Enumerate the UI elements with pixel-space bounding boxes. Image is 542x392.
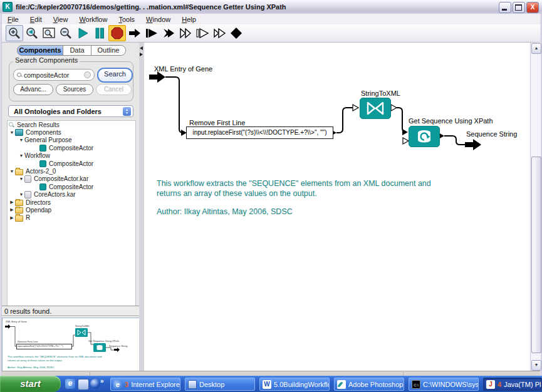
tree-item-general-purpose[interactable]: ▼General Purpose xyxy=(8,137,135,144)
stringtoxml-output-port[interactable] xyxy=(391,105,397,111)
quicklaunch-internet-explorer-icon[interactable]: e xyxy=(65,379,75,389)
search-button[interactable]: Search xyxy=(97,68,133,83)
menu-window[interactable]: Window xyxy=(140,15,176,24)
taskbar-button-label: Desktop xyxy=(199,381,224,388)
advanced-button[interactable]: Advanc... xyxy=(13,84,53,95)
taskbar-button-command-prompt[interactable]: C:\ C:\WINDOWS\syst... xyxy=(409,378,479,391)
tree-item-compositeactor[interactable]: CompositeActor xyxy=(8,144,135,152)
kar-archive-icon xyxy=(24,175,31,183)
zoom-reset-icon[interactable] xyxy=(24,26,40,41)
expander-open-icon[interactable]: ▼ xyxy=(9,130,15,135)
stringtoxml-input-port[interactable] xyxy=(353,105,358,111)
expand-right-icon[interactable] xyxy=(140,53,143,56)
maximize-button[interactable] xyxy=(513,2,525,13)
workflow-navigator[interactable]: XML Entry of Gene Remove First Line inpu… xyxy=(2,317,140,374)
component-tree: Search Results ▼Components ▼General Purp… xyxy=(7,120,136,307)
relation-icon[interactable] xyxy=(228,26,244,41)
search-input[interactable]: compositeActor xyxy=(13,69,95,81)
output-port-icon[interactable] xyxy=(143,26,160,41)
start-button[interactable]: start xyxy=(0,376,61,392)
magnifier-icon xyxy=(9,122,14,128)
input-multiport-icon[interactable] xyxy=(177,26,194,41)
ontology-select[interactable]: All Ontologies and Folders ▲▼ xyxy=(8,105,133,117)
taskbar-button-label: Internet Explorer xyxy=(131,381,180,388)
tree-item-compositeactor[interactable]: CompositeActor xyxy=(8,183,135,190)
tab-data[interactable]: Data xyxy=(63,45,91,56)
quicklaunch-overflow-chevron[interactable]: » xyxy=(100,378,104,384)
workflow-canvas[interactable]: XML Entry of Gene Remove First Line inpu… xyxy=(144,43,530,371)
sources-button[interactable]: Sources xyxy=(56,84,93,95)
taskbar-button-internet-explorer[interactable]: e 3 Internet Explorer ▼ xyxy=(110,378,180,391)
menu-file[interactable]: File xyxy=(2,15,24,24)
zoom-out-icon[interactable] xyxy=(58,26,74,41)
tree-item-coreactors-kar[interactable]: ▼CoreActors.kar xyxy=(8,191,135,199)
taskbar-button-word-document[interactable]: W 5.0BuildingWorkflo... xyxy=(259,378,330,391)
tab-outline[interactable]: Outline xyxy=(91,45,126,56)
tree-item-components[interactable]: ▼Components xyxy=(8,128,135,136)
expander-closed-icon[interactable]: ▶ xyxy=(9,215,15,220)
close-button[interactable]: X xyxy=(526,2,539,13)
tree-item-directors[interactable]: ▶Directors xyxy=(8,199,135,206)
quicklaunch-media-icon[interactable] xyxy=(90,379,100,389)
stringtoxml-label: StringToXML xyxy=(361,90,400,97)
pause-icon[interactable] xyxy=(91,26,108,41)
output-multiport-icon[interactable] xyxy=(194,26,211,41)
components-library-icon xyxy=(15,129,23,136)
expander-open-icon[interactable]: ▼ xyxy=(18,153,24,158)
tree-item-r[interactable]: ▶R xyxy=(8,214,135,222)
tree-item-workflow[interactable]: ▼Workflow xyxy=(8,152,135,160)
xpath-actor[interactable] xyxy=(409,126,440,147)
word-document-icon: W xyxy=(263,380,271,389)
expander-closed-icon[interactable]: ▶ xyxy=(9,207,15,212)
expander-open-icon[interactable]: ▼ xyxy=(18,177,24,181)
zoom-fit-icon[interactable] xyxy=(41,26,57,41)
tab-components[interactable]: Components xyxy=(17,45,63,56)
expander-open-icon[interactable]: ▼ xyxy=(9,169,15,173)
menu-help[interactable]: Help xyxy=(176,15,202,24)
select-stepper-icon[interactable]: ▲▼ xyxy=(123,107,131,116)
menu-workflow[interactable]: Workflow xyxy=(73,15,113,24)
expression-actor[interactable]: input.replaceFirst("(?s)\\<\\!DOCTYPE.+?… xyxy=(186,126,333,139)
split-pane-divider[interactable] xyxy=(139,43,144,371)
xpath-second-input-port[interactable] xyxy=(403,138,409,144)
stop-icon[interactable] xyxy=(108,25,126,41)
menu-edit[interactable]: Edit xyxy=(24,15,48,24)
expander-closed-icon[interactable]: ▶ xyxy=(9,200,15,205)
nav-xpath-actor xyxy=(93,343,106,352)
tree-item-compositeactor[interactable]: CompositeActor xyxy=(8,160,135,167)
scrollbar-thumb[interactable] xyxy=(531,157,541,353)
quicklaunch-show-desktop-icon[interactable] xyxy=(78,379,89,390)
clear-search-icon[interactable] xyxy=(84,71,91,78)
input-port-icon[interactable] xyxy=(127,26,143,41)
photoshop-feather-icon xyxy=(337,380,346,389)
minimize-button[interactable] xyxy=(499,2,511,13)
tree-item-search-results[interactable]: Search Results xyxy=(8,121,135,128)
taskbar-button-desktop[interactable]: Desktop xyxy=(185,378,255,391)
input-output-multiport-icon[interactable] xyxy=(211,26,227,41)
expander-open-icon[interactable]: ▼ xyxy=(18,192,24,197)
xpath-input-port[interactable] xyxy=(402,129,408,135)
canvas-vertical-scrollbar[interactable]: ▲ ▼ xyxy=(530,43,541,371)
taskbar-button-photoshop[interactable]: Adobe Photoshop xyxy=(334,378,404,391)
tree-item-compositeactor-kar[interactable]: ▼CompositeActor.kar xyxy=(8,175,135,183)
database-refresh-icon xyxy=(409,126,439,147)
run-icon[interactable] xyxy=(75,26,91,41)
input-output-port-icon[interactable] xyxy=(160,26,177,41)
nav-annotation-line1: This workflow extracts the "SEQUENCE" el… xyxy=(8,355,102,358)
zoom-in-icon[interactable] xyxy=(6,25,23,41)
input-port-shape[interactable] xyxy=(149,71,165,83)
title-bar[interactable]: K file:/C:/kepler20070716/demos/getting.… xyxy=(0,0,542,14)
menu-view[interactable]: View xyxy=(48,15,74,24)
scroll-down-icon[interactable]: ▼ xyxy=(531,360,541,371)
output-port-shape[interactable] xyxy=(465,139,481,150)
taskbar-button-java-platform[interactable]: J 4 Java(TM) Platf... xyxy=(483,378,542,391)
cancel-button[interactable]: Cancel xyxy=(96,84,132,95)
tree-item-opendap[interactable]: ▶Opendap xyxy=(8,206,135,214)
stringtoxml-actor[interactable] xyxy=(360,98,391,119)
menu-tools[interactable]: Tools xyxy=(113,15,140,24)
expander-open-icon[interactable]: ▼ xyxy=(18,138,24,142)
collapse-left-icon[interactable] xyxy=(140,46,143,50)
nav-annotation-author: Author: Ilkay Altintas, May 2006, SDSC xyxy=(8,366,55,369)
scroll-up-icon[interactable]: ▲ xyxy=(531,43,541,54)
tree-item-actors-2-0[interactable]: ▼Actors-2_0 xyxy=(8,167,135,175)
